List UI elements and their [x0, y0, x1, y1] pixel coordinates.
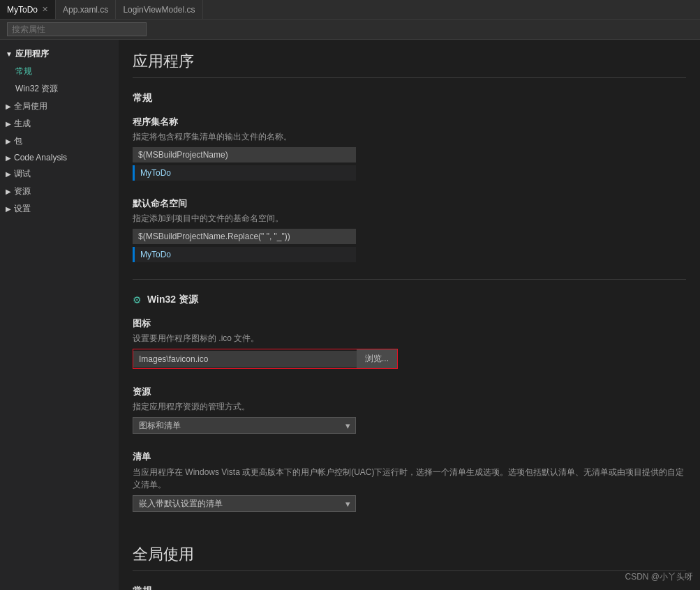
resource-desc: 指定应用程序资源的管理方式。: [133, 401, 686, 413]
assembly-name-content: 程序集名称 指定将包含程序集清单的输出文件的名称。 $(MSBuildProje…: [133, 116, 686, 181]
win32-header: ⚙ Win32 资源: [133, 294, 686, 306]
icon-title: 图标: [133, 317, 686, 330]
namespace-content: 默认命名空间 指定添加到项目中的文件的基命名空间。 $(MSBuildProje…: [133, 197, 686, 262]
assembly-name-title: 程序集名称: [133, 116, 686, 128]
assembly-name-desc: 指定将包含程序集清单的输出文件的名称。: [133, 131, 686, 143]
arrow-global-use: ▶: [6, 103, 11, 110]
sidebar-global-use-label: 全局使用: [14, 100, 47, 112]
sidebar-item-settings[interactable]: ▶ 设置: [0, 200, 119, 218]
sidebar: ▼ 应用程序 常规 Win32 资源 ▶ 全局使用 ▶ 生成 ▶ 包 ▶ Cod…: [0, 40, 119, 590]
arrow-resource: ▶: [6, 188, 11, 195]
win32-section: ⚙ Win32 资源 图标 设置要用作程序图标的 .ico 文件。 浏览... …: [133, 294, 686, 512]
manifest-desc: 当应用程序在 Windows Vista 或更高版本下的用户帐户控制(UAC)下…: [133, 466, 686, 491]
icon-path-input[interactable]: [133, 351, 357, 368]
resource-select-wrapper: 图标和清单: [133, 417, 356, 434]
sidebar-item-build[interactable]: ▶ 生成: [0, 115, 119, 133]
resource-select[interactable]: 图标和清单: [133, 417, 356, 434]
sidebar-item-application[interactable]: ▼ 应用程序: [0, 45, 119, 63]
app-section-divider: [133, 77, 686, 78]
sidebar-code-analysis-label: Code Analysis: [14, 153, 67, 162]
sidebar-item-debug[interactable]: ▶ 调试: [0, 165, 119, 183]
sidebar-item-resource[interactable]: ▶ 资源: [0, 183, 119, 200]
browse-button[interactable]: 浏览...: [357, 349, 397, 368]
arrow-build: ▶: [6, 120, 11, 128]
manifest-select[interactable]: 嵌入带默认设置的清单: [133, 495, 356, 512]
sidebar-item-global-use[interactable]: ▶ 全局使用: [0, 98, 119, 115]
sidebar-item-package[interactable]: ▶ 包: [0, 133, 119, 150]
win32-section-title: Win32 资源: [147, 294, 198, 306]
icon-input-row: 浏览...: [133, 349, 398, 369]
sidebar-win32-label: Win32 资源: [15, 84, 58, 93]
arrow-application: ▼: [6, 50, 13, 58]
global-heading: 全局使用: [133, 533, 686, 570]
tab-mytodo-label: MyToDo: [7, 5, 38, 15]
global-normal-label: 常规: [133, 585, 686, 590]
icon-field-row: 图标 设置要用作程序图标的 .ico 文件。 浏览...: [133, 317, 686, 369]
sidebar-settings-label: 设置: [14, 203, 31, 215]
tab-loginviewmodel[interactable]: LoginViewModel.cs: [116, 0, 202, 19]
assembly-name-input1[interactable]: $(MSBuildProjectName): [133, 147, 356, 162]
main-content: ▼ 应用程序 常规 Win32 资源 ▶ 全局使用 ▶ 生成 ▶ 包 ▶ Cod…: [0, 40, 700, 590]
tab-mytodo[interactable]: MyToDo ✕: [0, 0, 56, 19]
tab-app-xaml-label: App.xaml.cs: [63, 5, 108, 15]
content-area: 应用程序 常规 程序集名称 指定将包含程序集清单的输出文件的名称。 $(MSBu…: [119, 40, 700, 590]
namespace-input1[interactable]: $(MSBuildProjectName.Replace(" ", "_")): [133, 229, 356, 244]
sidebar-item-code-analysis[interactable]: ▶ Code Analysis: [0, 150, 119, 165]
sidebar-application-label: 应用程序: [15, 48, 49, 60]
win32-settings-icon: ⚙: [133, 294, 142, 305]
namespace-title: 默认命名空间: [133, 197, 686, 210]
sidebar-item-win32[interactable]: Win32 资源: [0, 80, 119, 98]
manifest-field: 清单 当应用程序在 Windows Vista 或更高版本下的用户帐户控制(UA…: [133, 451, 686, 512]
sidebar-package-label: 包: [14, 135, 22, 147]
manifest-title: 清单: [133, 451, 686, 463]
assembly-name-value: MyToDo: [133, 165, 356, 181]
watermark: CSDN @小丫头呀: [625, 571, 693, 583]
tab-loginviewmodel-label: LoginViewModel.cs: [123, 5, 195, 15]
sidebar-build-label: 生成: [14, 118, 31, 130]
resource-title: 资源: [133, 386, 686, 398]
search-bar: [0, 20, 700, 40]
arrow-package: ▶: [6, 137, 11, 145]
resource-field: 资源 指定应用程序资源的管理方式。 图标和清单: [133, 386, 686, 434]
assembly-name-row: 程序集名称 指定将包含程序集清单的输出文件的名称。 $(MSBuildProje…: [133, 116, 686, 181]
sidebar-resource-label: 资源: [14, 186, 31, 197]
manifest-select-wrapper: 嵌入带默认设置的清单: [133, 495, 356, 512]
tab-mytodo-close[interactable]: ✕: [42, 5, 48, 14]
arrow-debug: ▶: [6, 170, 11, 178]
global-divider: [133, 570, 686, 571]
tab-app-xaml[interactable]: App.xaml.cs: [56, 0, 116, 19]
search-input[interactable]: [7, 22, 147, 36]
tab-bar: MyToDo ✕ App.xaml.cs LoginViewModel.cs: [0, 0, 700, 20]
icon-desc: 设置要用作程序图标的 .ico 文件。: [133, 333, 686, 345]
namespace-value: MyToDo: [133, 247, 356, 262]
win32-divider: [133, 279, 686, 280]
app-section-heading: 应用程序: [133, 40, 686, 77]
sidebar-item-general[interactable]: 常规: [0, 63, 119, 80]
arrow-code-analysis: ▶: [6, 154, 11, 162]
arrow-settings: ▶: [6, 205, 11, 213]
namespace-desc: 指定添加到项目中的文件的基命名空间。: [133, 213, 686, 225]
general-subsection-heading: 常规: [133, 92, 686, 105]
namespace-row: 默认命名空间 指定添加到项目中的文件的基命名空间。 $(MSBuildProje…: [133, 197, 686, 262]
sidebar-general-label: 常规: [15, 66, 32, 76]
sidebar-debug-label: 调试: [14, 168, 31, 180]
global-section: 全局使用 常规 隐式全局使用 启用由项目 SDK 声明的隐式全局使用。: [133, 533, 686, 590]
